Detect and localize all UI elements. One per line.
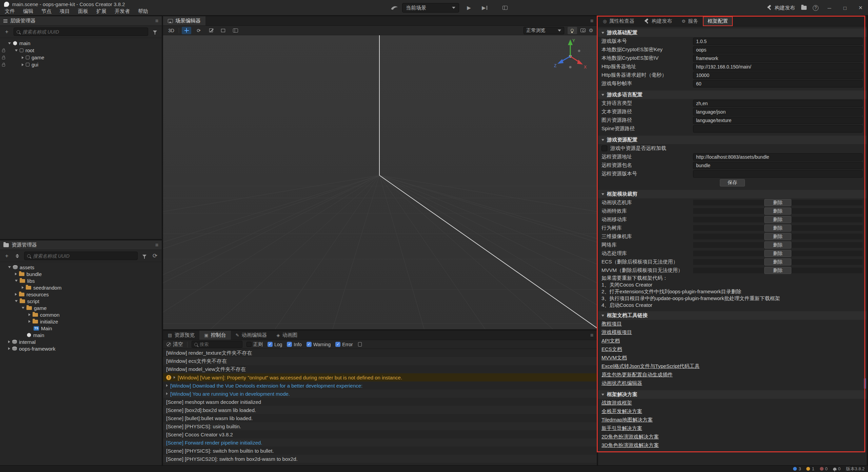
create-node-button[interactable]: + xyxy=(3,28,11,36)
build-publish-button[interactable]: 构建发布 xyxy=(767,5,795,11)
console-log-row[interactable]: [Window] You are running Vue in developm… xyxy=(163,390,597,398)
lock-icon[interactable] xyxy=(2,57,5,59)
tree-caret-icon[interactable] xyxy=(22,286,24,289)
console-log-row[interactable]: [Scene] Cocos Creator v3.8.2 xyxy=(163,430,597,438)
console-log-row[interactable]: [Scene] [bullet]:bullet wasm lib loaded. xyxy=(163,414,597,422)
move-tool-button[interactable] xyxy=(182,27,191,34)
inspector-tab[interactable]: 构建发布 xyxy=(639,16,677,26)
lock-icon[interactable] xyxy=(2,50,5,52)
property-input[interactable] xyxy=(693,170,863,178)
doc-link[interactable]: 新手引导解决方案 xyxy=(601,425,642,432)
log-settings-icon[interactable] xyxy=(358,342,362,347)
save-button[interactable]: 保存 xyxy=(720,179,745,186)
delete-button[interactable]: 删除 xyxy=(764,199,791,206)
lock-icon[interactable] xyxy=(2,64,5,66)
clear-console-button[interactable]: 清空 xyxy=(166,341,183,348)
tree-item[interactable]: initialize xyxy=(0,318,162,325)
expand-caret-icon[interactable] xyxy=(166,384,168,387)
property-input[interactable] xyxy=(693,162,863,169)
menu-item[interactable]: 扩展 xyxy=(92,7,111,15)
console-log-row[interactable]: [Window] ecs文件夹不存在 xyxy=(163,357,597,365)
property-input[interactable] xyxy=(693,46,863,54)
tree-caret-icon[interactable] xyxy=(8,340,10,343)
doc-link[interactable]: Tiledmap地图解决方案 xyxy=(601,417,653,423)
error-count-badge[interactable]: 0 xyxy=(820,466,828,471)
rotate-tool-button[interactable]: ⟳ xyxy=(194,27,203,34)
doc-link[interactable]: 动画状态机编辑器 xyxy=(601,380,642,387)
section-header[interactable]: 游戏基础配置 xyxy=(598,28,867,37)
console-log-row[interactable]: [Scene] [PHYSICS]: switch from builtin t… xyxy=(163,447,597,455)
menu-item[interactable]: 帮助 xyxy=(134,7,152,15)
doc-link[interactable]: API文档 xyxy=(601,338,620,344)
notification-badge[interactable]: 0 xyxy=(833,466,841,471)
doc-link[interactable]: 2D角色扮演游戏解决方案 xyxy=(601,434,659,440)
anchor-tool-button[interactable] xyxy=(231,27,240,34)
console-menu-icon[interactable]: ≡ xyxy=(590,332,593,338)
menu-item[interactable]: 节点 xyxy=(37,7,56,15)
tree-item[interactable]: common xyxy=(0,311,162,318)
filter-checkbox[interactable]: ✓Log xyxy=(268,342,282,347)
console-log-row[interactable]: [Scene] [PHYSICS2D]: switch from box2d-w… xyxy=(163,455,597,463)
inspector-tab[interactable]: ⚙服务 xyxy=(677,16,703,26)
menu-item[interactable]: 面板 xyxy=(74,7,92,15)
tree-item[interactable]: oops-framework xyxy=(0,345,162,352)
filter-checkbox[interactable]: ✓Warning xyxy=(307,342,331,347)
tree-item[interactable]: main xyxy=(0,332,162,338)
tab-scene-editor[interactable]: 场景编辑器 xyxy=(163,16,205,25)
inspector-tab[interactable]: ◎属性检查器 xyxy=(598,16,639,26)
doc-link[interactable]: 教程项目 xyxy=(601,321,622,327)
console-tab[interactable]: ◈动画图 xyxy=(272,331,302,340)
expand-caret-icon[interactable] xyxy=(174,376,175,379)
view-mode-select[interactable]: 正常浏览 xyxy=(524,27,564,34)
assets-menu-icon[interactable]: ≡ xyxy=(155,242,158,248)
play-button[interactable]: ▶ xyxy=(463,3,475,13)
delete-button[interactable]: 删除 xyxy=(764,216,791,223)
step-button[interactable]: ▶ xyxy=(479,3,490,13)
tree-item[interactable]: game xyxy=(0,304,162,311)
console-log-row[interactable]: [Window] model_view文件夹不存在 xyxy=(163,365,597,373)
delete-button[interactable]: 删除 xyxy=(764,224,791,232)
doc-link[interactable]: 3D角色扮演游戏解决方案 xyxy=(601,442,659,449)
section-header[interactable]: 游戏多语言配置 xyxy=(598,91,867,99)
delete-button[interactable]: 删除 xyxy=(764,208,791,215)
log-count-badge[interactable]: 3 xyxy=(793,466,801,471)
tree-item[interactable]: internal xyxy=(0,338,162,345)
tree-item[interactable]: bundle xyxy=(0,271,162,277)
console-log-row[interactable]: ![Window] [Vue warn]: Property "onInput"… xyxy=(163,373,597,381)
tree-item[interactable]: TSMain xyxy=(0,325,162,332)
menu-item[interactable]: 开发者 xyxy=(111,7,134,15)
scene-menu-icon[interactable]: ≡ xyxy=(590,18,593,24)
orientation-gizmo[interactable]: X Y Z xyxy=(550,36,591,77)
expand-caret-icon[interactable] xyxy=(166,392,168,395)
doc-link[interactable]: 游戏模板项目 xyxy=(601,329,632,336)
scale-tool-button[interactable] xyxy=(206,27,216,34)
tree-caret-icon[interactable] xyxy=(8,42,11,44)
preview-target-icon[interactable] xyxy=(391,5,398,11)
tree-item[interactable]: libs xyxy=(0,277,162,284)
tree-item[interactable]: game xyxy=(0,54,162,61)
console-log-row[interactable]: [Scene] Forward render pipeline initiali… xyxy=(163,438,597,447)
delete-button[interactable]: 删除 xyxy=(764,267,791,274)
property-input[interactable] xyxy=(693,117,863,124)
open-project-folder-icon[interactable] xyxy=(801,6,807,10)
create-asset-button[interactable]: + xyxy=(3,252,11,260)
doc-link[interactable]: Excel格式转Json文件与TypeScript代码工具 xyxy=(601,363,699,370)
mode-3d-button[interactable]: 3D xyxy=(166,27,176,34)
tree-caret-icon[interactable] xyxy=(15,50,18,52)
doc-link[interactable]: 战旗游戏框架 xyxy=(601,400,632,406)
tree-caret-icon[interactable] xyxy=(15,280,18,282)
rect-tool-button[interactable] xyxy=(218,27,228,34)
tree-caret-icon[interactable] xyxy=(15,293,17,296)
tree-item[interactable]: main xyxy=(0,40,162,47)
property-input[interactable] xyxy=(693,72,863,79)
hierarchy-search-input[interactable] xyxy=(22,29,145,35)
delete-button[interactable]: 删除 xyxy=(764,233,791,240)
console-search-input[interactable] xyxy=(200,342,240,347)
tree-caret-icon[interactable] xyxy=(15,273,17,275)
property-input[interactable] xyxy=(693,38,863,45)
section-header[interactable]: 框架解决方案 xyxy=(598,390,867,399)
tree-caret-icon[interactable] xyxy=(28,320,31,323)
doc-link[interactable]: MVVM文档 xyxy=(601,355,627,361)
menu-item[interactable]: 编辑 xyxy=(19,7,37,15)
tree-caret-icon[interactable] xyxy=(8,347,10,350)
